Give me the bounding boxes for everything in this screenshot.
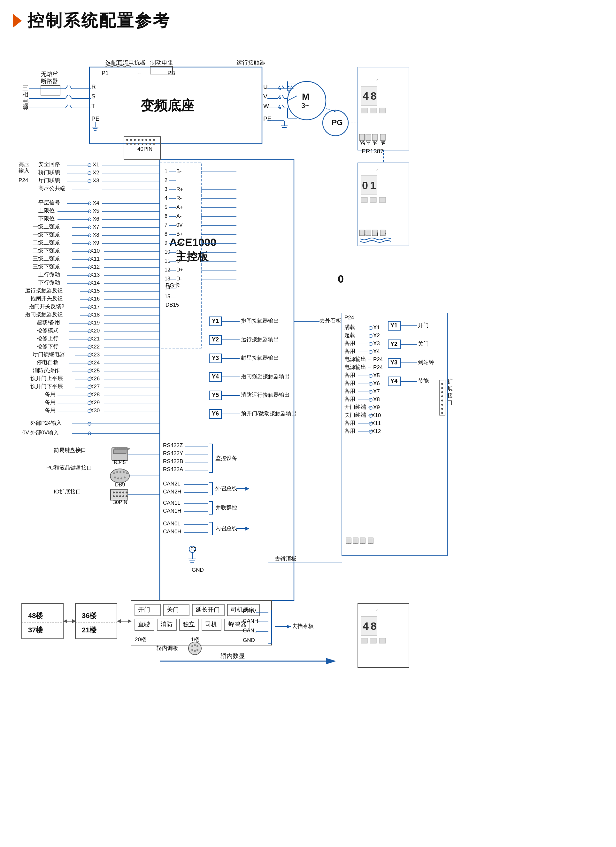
svg-point-107 <box>323 110 348 136</box>
svg-text:CAN0L: CAN0L <box>163 521 180 527</box>
svg-point-233 <box>88 234 91 237</box>
svg-text:X24: X24 <box>90 360 100 366</box>
svg-text:超载/备用: 超载/备用 <box>37 319 60 325</box>
svg-point-540 <box>441 387 443 389</box>
svg-text:RJ45: RJ45 <box>114 460 126 465</box>
svg-text:8: 8 <box>371 90 377 102</box>
svg-text:X4: X4 <box>93 200 99 206</box>
svg-line-63 <box>282 86 284 89</box>
svg-text:运行接触器反馈: 运行接触器反馈 <box>25 288 63 294</box>
svg-point-470 <box>369 350 372 354</box>
svg-point-223 <box>88 218 91 221</box>
svg-point-131 <box>153 143 155 145</box>
svg-rect-415 <box>112 448 128 460</box>
svg-point-92 <box>367 140 370 143</box>
svg-rect-592 <box>180 619 199 630</box>
svg-text:去轿顶板: 去轿顶板 <box>275 556 297 562</box>
svg-text:P24V: P24V <box>243 608 256 614</box>
svg-text:监控设备: 监控设备 <box>215 455 237 461</box>
svg-text:0: 0 <box>362 179 368 191</box>
svg-line-33 <box>69 95 72 98</box>
svg-point-508 <box>369 430 372 434</box>
svg-rect-53 <box>288 87 290 91</box>
svg-text:U: U <box>263 83 268 90</box>
svg-text:0V: 0V <box>176 222 183 228</box>
svg-rect-4 <box>41 86 60 95</box>
svg-point-347 <box>88 422 91 425</box>
svg-text:H: H <box>374 232 378 237</box>
svg-text:外部0V输入: 外部0V输入 <box>30 429 59 435</box>
svg-text:备用: 备用 <box>344 348 355 354</box>
svg-text:DB9: DB9 <box>115 482 125 487</box>
svg-rect-114 <box>124 137 160 160</box>
zero-at-label: 0 <box>338 273 344 285</box>
svg-point-407 <box>189 546 195 553</box>
svg-point-602 <box>194 644 196 646</box>
svg-text:A-: A- <box>176 213 182 219</box>
svg-text:Y3: Y3 <box>390 359 397 366</box>
svg-point-124 <box>126 143 128 145</box>
svg-point-417 <box>114 448 116 450</box>
svg-text:厅门锁继电器: 厅门锁继电器 <box>32 351 65 357</box>
svg-point-121 <box>145 139 147 141</box>
svg-point-213 <box>88 202 91 205</box>
svg-rect-580 <box>135 604 160 616</box>
svg-text:10: 10 <box>164 249 170 255</box>
svg-text:安全回路: 安全回路 <box>38 161 60 167</box>
svg-text:D-: D- <box>176 276 182 281</box>
svg-text:3: 3 <box>164 186 167 192</box>
svg-text:P24: P24 <box>373 364 383 370</box>
svg-text:X5: X5 <box>93 208 99 214</box>
svg-text:备用: 备用 <box>45 407 56 413</box>
svg-text:PG: PG <box>332 118 343 127</box>
svg-text:预开门/微动接触器输出: 预开门/微动接触器输出 <box>241 410 297 416</box>
svg-rect-628 <box>379 638 386 643</box>
svg-rect-594 <box>202 619 221 630</box>
svg-text:口: 口 <box>447 400 453 406</box>
svg-text:平层信号: 平层信号 <box>38 200 60 206</box>
svg-marker-619 <box>326 658 336 664</box>
svg-text:Y4: Y4 <box>390 378 397 384</box>
svg-text:CAN2H: CAN2H <box>163 488 182 495</box>
svg-text:司机换向: 司机换向 <box>231 606 255 613</box>
svg-text:三: 三 <box>22 85 28 91</box>
svg-text:X29: X29 <box>90 400 100 406</box>
svg-text:36楼: 36楼 <box>82 612 97 620</box>
svg-text:X5: X5 <box>373 372 380 378</box>
svg-text:备用: 备用 <box>45 391 56 397</box>
svg-rect-552 <box>361 198 368 202</box>
svg-marker-616 <box>287 625 291 629</box>
svg-text:直驶: 直驶 <box>138 621 150 627</box>
svg-text:X13: X13 <box>90 272 100 278</box>
svg-rect-565 <box>22 604 63 639</box>
svg-text:48楼: 48楼 <box>28 612 43 620</box>
svg-point-418 <box>116 448 118 450</box>
svg-text:P: P <box>382 140 385 147</box>
svg-text:制动电阻: 制动电阻 <box>150 59 173 66</box>
svg-text:H: H <box>374 140 378 147</box>
svg-point-268 <box>88 290 91 293</box>
svg-text:X12: X12 <box>371 428 381 434</box>
svg-text:21楼: 21楼 <box>82 626 97 634</box>
svg-point-117 <box>130 139 132 141</box>
svg-rect-353 <box>209 317 222 326</box>
svg-point-218 <box>88 210 91 213</box>
svg-text:S: S <box>92 93 96 100</box>
svg-point-446 <box>126 491 127 493</box>
svg-text:Y1: Y1 <box>212 318 219 324</box>
svg-text:二级上强减: 二级上强减 <box>32 239 60 246</box>
svg-text:GND: GND <box>243 637 255 643</box>
svg-text:输入: 输入 <box>19 168 30 174</box>
svg-point-43 <box>288 81 326 120</box>
svg-rect-363 <box>209 354 222 363</box>
svg-point-421 <box>122 448 124 450</box>
svg-point-129 <box>145 143 147 145</box>
svg-line-56 <box>288 89 289 95</box>
svg-text:满载: 满载 <box>344 324 355 330</box>
svg-text:电: 电 <box>22 97 28 104</box>
svg-text:消防员操作: 消防员操作 <box>32 367 60 373</box>
svg-text:关门: 关门 <box>167 606 179 613</box>
svg-point-423 <box>126 448 128 450</box>
svg-point-429 <box>113 472 115 474</box>
svg-text:检修模式: 检修模式 <box>37 328 59 333</box>
